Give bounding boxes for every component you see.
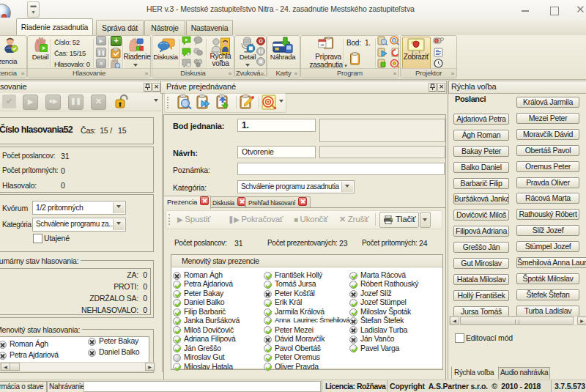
svg-text:28: 28 xyxy=(321,43,324,47)
